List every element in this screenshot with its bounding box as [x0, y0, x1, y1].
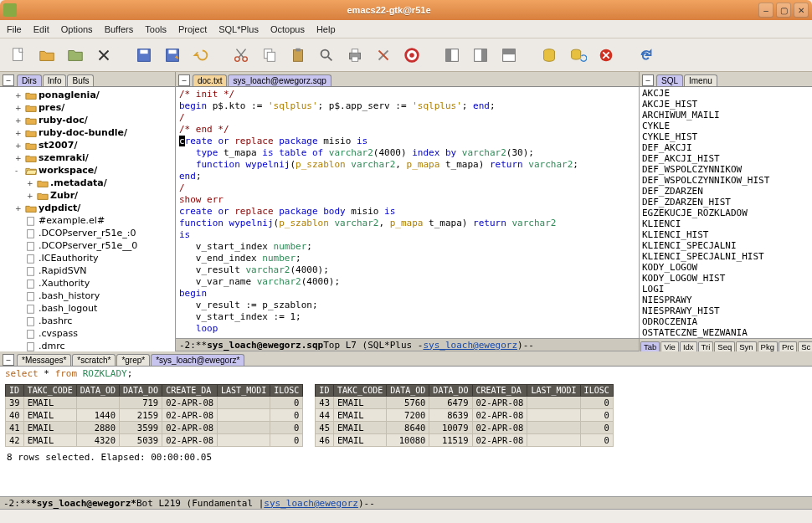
print-icon[interactable]: [343, 44, 367, 67]
new-file-icon[interactable]: [7, 44, 30, 67]
code-editor[interactable]: /* init */begin p$.kto := 'sqlplus'; p$.…: [176, 87, 639, 338]
menu-sqlplus[interactable]: SQL*Plus: [218, 24, 259, 34]
save-as-icon[interactable]: [161, 44, 184, 67]
pane-toggle-icon[interactable]: –: [3, 354, 14, 366]
sql-object[interactable]: DEF_ZDARZEN_HIST: [642, 197, 809, 208]
pane-toggle-icon[interactable]: –: [178, 74, 190, 86]
menu-edit[interactable]: Edit: [33, 24, 49, 34]
folder-node[interactable]: +st2007/: [0, 139, 175, 151]
sql-object[interactable]: DEF_AKCJI_HIST: [642, 153, 809, 164]
tab-prc[interactable]: Prc: [779, 341, 797, 351]
sql-object[interactable]: CYKLE: [642, 120, 809, 131]
menu-options[interactable]: Options: [61, 24, 93, 34]
folder-node[interactable]: +Zubr/: [0, 189, 175, 202]
tab-grep[interactable]: *grep*: [116, 354, 150, 366]
menu-help[interactable]: Help: [316, 24, 336, 34]
connection-link[interactable]: sys_loach@ewegorz: [264, 498, 358, 509]
pane-toggle-icon[interactable]: –: [3, 74, 14, 86]
tab-vie[interactable]: Vie: [660, 341, 679, 351]
stop-icon[interactable]: [594, 44, 618, 67]
tab-bufs[interactable]: Bufs: [67, 74, 94, 86]
sql-object[interactable]: KLIENCI_SPECJALNI: [642, 240, 809, 251]
tab-imenu[interactable]: Imenu: [684, 74, 717, 86]
database-icon[interactable]: [537, 44, 561, 67]
cut-icon[interactable]: [229, 44, 253, 67]
file-node[interactable]: .bash_history: [0, 290, 175, 302]
tab-sql[interactable]: SQL: [656, 74, 683, 86]
sql-query[interactable]: select * from ROZKLADY;: [0, 367, 812, 381]
save-icon[interactable]: [132, 44, 156, 67]
sql-object[interactable]: DEF_WSPOLCZYNNIKOW: [642, 164, 809, 175]
tab-sys_loachewegorz[interactable]: *sys_loach@ewegorz*: [151, 354, 244, 366]
tab-idx[interactable]: Idx: [680, 341, 697, 351]
tab-doctxt[interactable]: doc.txt: [193, 74, 227, 86]
sql-object[interactable]: DEF_WSPOLCZYNNIKOW_HIST: [642, 175, 809, 186]
sql-object[interactable]: DEF_ZDARZEN: [642, 186, 809, 197]
preferences-icon[interactable]: [372, 44, 395, 67]
help-icon[interactable]: [400, 44, 424, 67]
file-node[interactable]: .cvspass: [0, 327, 175, 340]
refresh-icon[interactable]: [635, 44, 658, 67]
database-refresh-icon[interactable]: [566, 44, 589, 67]
tab-syn[interactable]: Syn: [736, 341, 756, 351]
sql-object[interactable]: CYKLE_HIST: [642, 131, 809, 142]
menu-buffers[interactable]: Buffers: [105, 24, 134, 34]
file-node[interactable]: .bash_logout: [0, 302, 175, 315]
tab-tri[interactable]: Tri: [698, 341, 714, 351]
menu-file[interactable]: File: [7, 24, 22, 34]
split-left-icon[interactable]: [440, 44, 464, 67]
file-node[interactable]: .ICEauthority: [0, 252, 175, 264]
open-folder-icon[interactable]: [35, 44, 59, 67]
copy-icon[interactable]: [258, 44, 281, 67]
file-node[interactable]: .DCOPserver_r51e_:0: [0, 227, 175, 239]
paste-icon[interactable]: [286, 44, 310, 67]
close-button[interactable]: ✕: [794, 3, 809, 18]
file-node[interactable]: #example.el#: [0, 214, 175, 227]
tab-sc[interactable]: Sc: [798, 341, 812, 351]
folder-node[interactable]: +ruby-doc/: [0, 114, 175, 126]
sql-object-list[interactable]: AKCJEAKCJE_HISTARCHIWUM_MAILICYKLECYKLE_…: [640, 87, 812, 338]
file-node[interactable]: .dmrc: [0, 340, 175, 351]
sql-object[interactable]: AKCJE: [642, 88, 809, 99]
sql-object[interactable]: OSTATECZNE_WEZWANIA: [642, 327, 809, 338]
result-table-2[interactable]: IDTAKC_CODEDATA_ODDATA_DOCREATE_DALAST_M…: [315, 384, 613, 447]
sql-object[interactable]: AKCJE_HIST: [642, 99, 809, 110]
minibuffer[interactable]: [0, 510, 812, 523]
sql-object[interactable]: ARCHIWUM_MAILI: [642, 110, 809, 120]
maximize-button[interactable]: ▢: [776, 3, 791, 18]
sql-object[interactable]: KLIENCI: [642, 218, 809, 229]
split-top-icon[interactable]: [497, 44, 521, 67]
tab-sys_loachewegorzsqp[interactable]: sys_loach@ewegorz.sqp: [228, 74, 331, 86]
file-node[interactable]: .bashrc: [0, 315, 175, 327]
tab-pkg[interactable]: Pkg: [758, 341, 778, 351]
file-node[interactable]: .RapidSVN: [0, 264, 175, 277]
menu-project[interactable]: Project: [178, 24, 207, 34]
sql-object[interactable]: ODROCZENIA: [642, 316, 809, 327]
tab-info[interactable]: Info: [43, 74, 67, 86]
tab-scratch[interactable]: *scratch*: [72, 354, 116, 366]
sql-object[interactable]: KLIENCI_SPECJALNI_HIST: [642, 251, 809, 262]
sql-object[interactable]: NIESPRAWY: [642, 295, 809, 305]
tab-dirs[interactable]: Dirs: [17, 74, 42, 86]
sql-object[interactable]: EGZEKUCJE_ROZKLADOW: [642, 208, 809, 218]
file-node[interactable]: .Xauthority: [0, 277, 175, 290]
sql-object[interactable]: LOGI: [642, 284, 809, 295]
close-x-icon[interactable]: [92, 44, 116, 67]
menu-tools[interactable]: Tools: [145, 24, 167, 34]
result-table-1[interactable]: IDTAKC_CODEDATA_ODDATA_DOCREATE_DALAST_M…: [5, 384, 303, 447]
folder-node[interactable]: -workspace/: [0, 164, 175, 177]
tab-tab[interactable]: Tab: [640, 341, 660, 351]
search-icon[interactable]: [315, 44, 338, 67]
folder-node[interactable]: +.metadata/: [0, 177, 175, 189]
folder-node[interactable]: +ydpdict/: [0, 202, 175, 214]
tab-Messages[interactable]: *Messages*: [17, 354, 71, 366]
folder-node[interactable]: +ponaglenia/: [0, 89, 175, 101]
connection-link[interactable]: sys_loach@ewegorz: [423, 340, 517, 351]
file-tree[interactable]: +ponaglenia/+pres/+ruby-doc/+ruby-doc-bu…: [0, 87, 175, 351]
menu-octopus[interactable]: Octopus: [270, 24, 305, 34]
folder-node[interactable]: +ruby-doc-bundle/: [0, 126, 175, 139]
minimize-button[interactable]: –: [758, 3, 773, 18]
file-node[interactable]: .DCOPserver_r51e__0: [0, 239, 175, 252]
sql-object[interactable]: KODY_LOGOW_HIST: [642, 273, 809, 284]
sql-object[interactable]: KLIENCI_HIST: [642, 229, 809, 240]
